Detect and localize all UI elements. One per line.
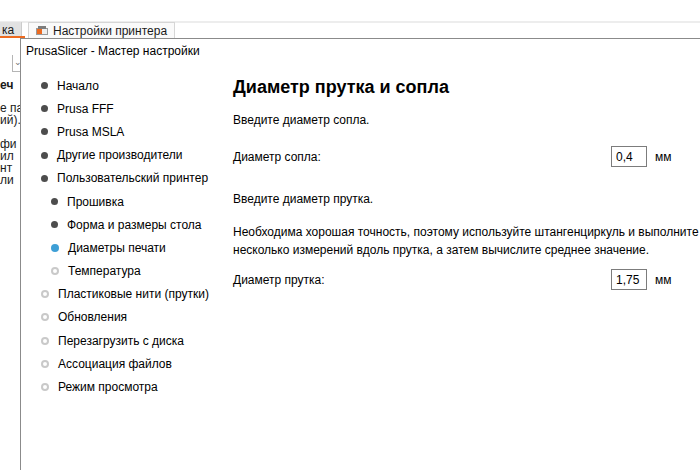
filament-diameter-label: Диаметр прутка:	[233, 273, 325, 287]
tab-label: ка	[2, 23, 14, 37]
nozzle-diameter-input[interactable]	[611, 146, 647, 167]
tab-printer-settings[interactable]: Настройки принтера	[28, 22, 175, 38]
nozzle-unit-label: мм	[655, 150, 672, 164]
filament-unit-label: мм	[655, 273, 672, 287]
background-text-fragment: ий).	[0, 114, 21, 126]
wizard-dialog: PrusaSlicer - Мастер настройки НачалоPru…	[20, 38, 700, 470]
printer-icon	[36, 26, 48, 36]
printer-icon-accent	[37, 29, 42, 34]
page-title: Диаметр прутка и сопла	[233, 77, 449, 98]
tab-label: Настройки принтера	[53, 24, 167, 38]
filament-note-text: несколько измерений вдоль прутка, а зате…	[233, 243, 649, 257]
filament-diameter-input[interactable]	[611, 269, 647, 290]
background-text-fragment: ли	[0, 174, 14, 186]
screen: ка Настройки принтера ⌄ ече паий).фиилнт…	[0, 0, 700, 470]
filament-note-text: Необходима хорошая точность, поэтому исп…	[233, 225, 699, 239]
background-text-fragment: еч	[0, 79, 13, 91]
nozzle-intro-text: Введите диаметр сопла.	[233, 113, 369, 127]
nozzle-diameter-label: Диаметр сопла:	[233, 150, 321, 164]
filament-intro-text: Введите диаметр прутка.	[233, 192, 373, 206]
wizard-page: Диаметр прутка и сопла Введите диаметр с…	[21, 39, 700, 470]
tab-filament-settings-partial[interactable]: ка	[0, 22, 22, 37]
